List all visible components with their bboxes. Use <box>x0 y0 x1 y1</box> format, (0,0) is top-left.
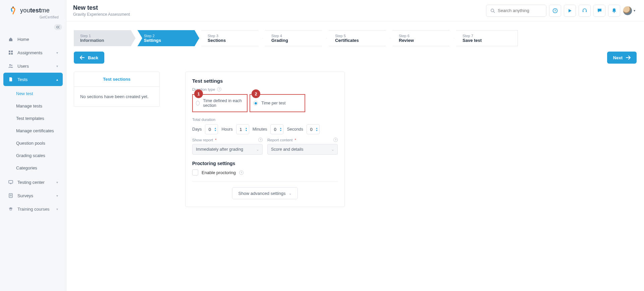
test-sections-panel: Test sections No sections have been crea… <box>74 72 160 107</box>
wizard-step-1[interactable]: Step 1 Information <box>74 30 136 46</box>
spin-up-icon[interactable]: ▲ <box>245 127 248 129</box>
grid-icon <box>8 50 13 55</box>
spin-up-icon[interactable]: ▲ <box>214 127 216 129</box>
tests-subnav: New test Manage tests Test templates Man… <box>3 86 63 175</box>
sidebar-subitem-categories[interactable]: Categories <box>12 162 63 174</box>
sidebar-item-assignments[interactable]: Assignments ▾ <box>3 46 63 59</box>
spin-down-icon[interactable]: ▼ <box>245 129 248 132</box>
info-icon[interactable]: ? <box>333 138 338 142</box>
step-label: Sections <box>208 38 254 43</box>
sidebar-subitem-new-test[interactable]: New test <box>12 87 63 100</box>
spin-down-icon[interactable]: ▼ <box>279 129 282 132</box>
sidebar-subitem-manage-tests[interactable]: Manage tests <box>12 100 63 112</box>
radio-time-per-section[interactable]: 1 Time defined in each section <box>192 94 248 112</box>
report-content-field: Report content * ? Score and details ⌄ <box>267 138 338 155</box>
show-report-select[interactable]: Immediately after grading ⌄ <box>192 144 263 155</box>
notifications-button[interactable] <box>608 5 620 17</box>
svg-rect-7 <box>9 180 13 183</box>
search-input[interactable] <box>498 8 554 13</box>
next-button[interactable]: Next <box>607 52 637 64</box>
minutes-input[interactable] <box>271 127 279 132</box>
step-label: Grading <box>271 38 318 43</box>
show-advanced-button[interactable]: Show advanced settings ⌄ <box>232 187 298 199</box>
spin-up-icon[interactable]: ▲ <box>316 127 318 129</box>
seconds-stepper[interactable]: ▲▼ <box>307 124 320 134</box>
test-settings-heading: Test settings <box>192 78 338 84</box>
hours-stepper[interactable]: ▲▼ <box>236 124 249 134</box>
wizard-step-2[interactable]: Step 2 Settings <box>138 30 199 46</box>
days-input[interactable] <box>205 127 214 132</box>
svg-point-6 <box>11 65 12 66</box>
minutes-stepper[interactable]: ▲▼ <box>270 124 283 134</box>
messages-button[interactable] <box>593 5 605 17</box>
help-icon: ? <box>552 8 558 13</box>
test-sections-tab[interactable]: Test sections <box>74 72 159 87</box>
radio-label: Time defined in each section <box>203 98 244 108</box>
radio-label: Time per test <box>261 101 285 105</box>
sidebar-nav: Home Assignments ▾ Users ▾ Tests ▴ New t… <box>0 22 66 216</box>
info-icon[interactable]: ? <box>258 138 263 142</box>
user-menu[interactable]: ▾ <box>623 6 635 15</box>
sidebar-subitem-grading-scales[interactable]: Grading scales <box>12 149 63 162</box>
document-icon <box>8 77 13 82</box>
step-num: Step 6 <box>399 34 445 38</box>
duration-type-field: Duration type ? 1 Time defined in each s… <box>192 87 338 112</box>
sidebar-item-tests[interactable]: Tests ▴ <box>3 73 63 86</box>
wizard-step-7[interactable]: Step 7 Save test <box>456 30 518 46</box>
chevron-down-icon: ⌄ <box>289 192 291 195</box>
sidebar-item-testing-center[interactable]: Testing center ▾ <box>3 175 63 189</box>
search-box[interactable] <box>486 5 546 17</box>
sidebar-subitem-test-templates[interactable]: Test templates <box>12 112 63 125</box>
seconds-input[interactable] <box>307 127 316 132</box>
sidebar-collapse-button[interactable] <box>54 24 62 30</box>
spin-down-icon[interactable]: ▼ <box>316 129 318 132</box>
wizard-step-4[interactable]: Step 4 Grading <box>265 30 327 46</box>
divider <box>192 181 338 182</box>
home-icon <box>8 37 13 42</box>
wizard-nav-row: Back Next <box>74 52 637 64</box>
chevron-down-icon: ⌄ <box>331 148 334 151</box>
sidebar-item-label: Surveys <box>17 193 33 198</box>
wizard-step-3[interactable]: Step 3 Sections <box>201 30 263 46</box>
chevron-down-icon: ▾ <box>56 51 58 55</box>
info-icon[interactable]: ? <box>217 87 221 91</box>
arrow-left-icon <box>80 56 85 60</box>
sidebar-item-training-courses[interactable]: Training courses ▾ <box>3 202 63 216</box>
hours-input[interactable] <box>236 127 245 132</box>
play-button[interactable] <box>564 5 576 17</box>
show-report-field: Show report * ? Immediately after gradin… <box>192 138 263 155</box>
sidebar-subitem-manage-certificates[interactable]: Manage certificates <box>12 125 63 137</box>
chevron-down-icon: ⌄ <box>256 148 259 151</box>
report-content-select[interactable]: Score and details ⌄ <box>267 144 338 155</box>
test-sections-empty: No sections have been created yet. <box>74 87 159 106</box>
sidebar-item-home[interactable]: Home <box>3 32 63 46</box>
sidebar-item-users[interactable]: Users ▾ <box>3 59 63 73</box>
step-num: Step 3 <box>208 34 254 38</box>
info-icon[interactable]: ? <box>239 170 244 175</box>
spin-down-icon[interactable]: ▼ <box>214 129 216 132</box>
help-button[interactable]: ? <box>549 5 561 17</box>
proctoring-heading: Proctoring settings <box>192 161 338 166</box>
days-stepper[interactable]: ▲▼ <box>205 124 218 134</box>
back-button[interactable]: Back <box>74 52 104 64</box>
support-button[interactable] <box>579 5 591 17</box>
main: New test Gravity Experience Assessment ?… <box>66 0 644 291</box>
minutes-label: Minutes <box>253 127 267 132</box>
step-label: Information <box>80 38 126 43</box>
sidebar-subitem-question-pools[interactable]: Question pools <box>12 137 63 149</box>
wizard-step-6[interactable]: Step 6 Review <box>392 30 454 46</box>
total-duration-label: Total duration <box>192 118 338 122</box>
required-mark: * <box>215 138 216 142</box>
content: Step 1 Information Step 2 Settings Step … <box>66 21 644 291</box>
chat-icon <box>597 8 602 13</box>
duration-inputs: Days ▲▼ Hours ▲▼ Minutes ▲▼ Seconds ▲▼ <box>192 124 338 134</box>
sidebar-item-surveys[interactable]: Surveys ▾ <box>3 189 63 202</box>
logo[interactable]: youtestme <box>10 6 59 15</box>
radio-time-per-test[interactable]: 2 Time per test <box>250 94 305 112</box>
spin-up-icon[interactable]: ▲ <box>279 127 282 129</box>
step-label: Save test <box>463 38 509 43</box>
play-icon <box>568 8 572 13</box>
wizard-step-5[interactable]: Step 5 Certificates <box>329 30 390 46</box>
enable-proctoring-checkbox[interactable] <box>192 169 198 175</box>
bell-icon <box>612 8 616 13</box>
